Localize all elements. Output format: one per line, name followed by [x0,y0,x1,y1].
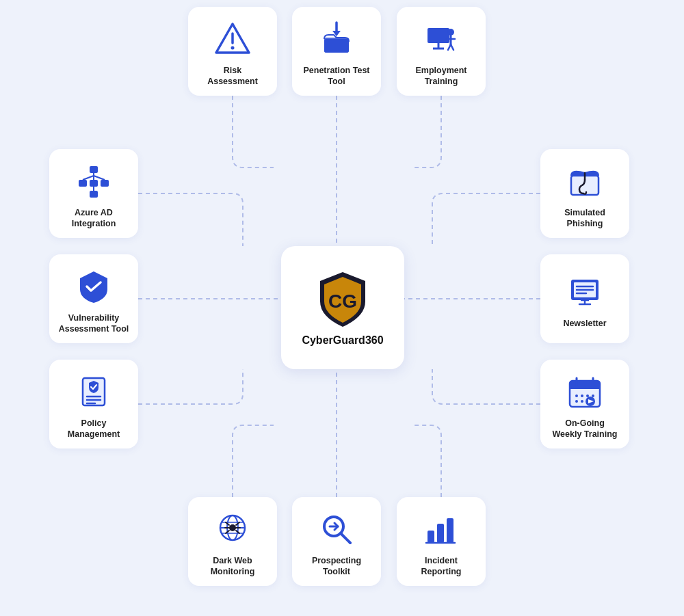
svg-rect-72 [428,531,434,543]
svg-rect-8 [428,28,449,43]
darkweb-label: Dark WebMonitoring [211,555,255,578]
employ-icon [421,18,462,59]
svg-text:CG: CG [328,291,357,312]
svg-point-50 [581,394,583,397]
card-darkweb[interactable]: Dark WebMonitoring [188,497,277,586]
vuln-label: VulnerabilityAssessment Tool [59,312,129,335]
diagram-container: CG CyberGuard360 RiskAssessment [0,0,684,616]
svg-rect-7 [324,38,349,53]
risk-icon [212,18,253,59]
phishing-icon [564,161,605,202]
center-card[interactable]: CG CyberGuard360 [281,246,404,369]
card-phishing[interactable]: SimulatedPhishing [540,149,629,238]
card-vuln[interactable]: VulnerabilityAssessment Tool [49,254,138,343]
svg-line-70 [341,533,350,543]
card-azure[interactable]: Azure ADIntegration [49,149,138,238]
phishing-label: SimulatedPhishing [564,207,605,230]
svg-point-51 [586,394,589,397]
card-employ[interactable]: EmploymentTraining [397,7,486,96]
card-prospect[interactable]: ProspectingToolkit [292,497,381,586]
svg-line-23 [94,176,105,180]
employ-label: EmploymentTraining [415,65,466,88]
card-pen[interactable]: Penetration TestTool [292,7,381,96]
svg-rect-46 [570,386,600,389]
policy-label: PolicyManagement [68,418,120,440]
azure-icon [73,161,114,202]
prospect-label: ProspectingToolkit [312,555,361,578]
vuln-icon [73,266,114,307]
risk-label: RiskAssessment [207,65,258,88]
svg-point-49 [575,394,578,397]
training-icon [564,371,605,412]
card-training[interactable]: On-GoingWeekly Training [540,360,629,448]
svg-line-14 [451,44,453,50]
azure-label: Azure ADIntegration [72,207,116,230]
svg-rect-20 [90,191,98,198]
svg-point-3 [231,46,235,49]
svg-point-53 [575,400,578,403]
center-label: CyberGuard360 [302,334,383,347]
pen-label: Penetration TestTool [303,65,369,88]
svg-point-52 [592,394,594,397]
incident-label: IncidentReporting [421,555,461,578]
cyberguard-logo: CG [312,269,373,330]
svg-rect-18 [90,180,98,187]
newsletter-icon [564,271,605,312]
card-policy[interactable]: PolicyManagement [49,360,138,448]
incident-icon [421,509,462,550]
card-newsletter[interactable]: Newsletter [540,254,629,343]
pen-icon [316,18,357,59]
svg-rect-19 [101,180,109,187]
training-label: On-GoingWeekly Training [553,418,618,440]
svg-point-54 [581,400,583,403]
svg-line-22 [83,176,94,180]
newsletter-label: Newsletter [563,318,606,329]
card-risk[interactable]: RiskAssessment [188,7,277,96]
svg-rect-73 [437,524,444,543]
card-incident[interactable]: IncidentReporting [397,497,486,586]
prospect-icon [316,509,357,550]
svg-rect-17 [79,180,87,187]
policy-icon [73,371,114,412]
svg-rect-74 [447,518,453,543]
svg-rect-16 [90,166,98,173]
svg-point-62 [229,524,236,531]
darkweb-icon [212,509,253,550]
